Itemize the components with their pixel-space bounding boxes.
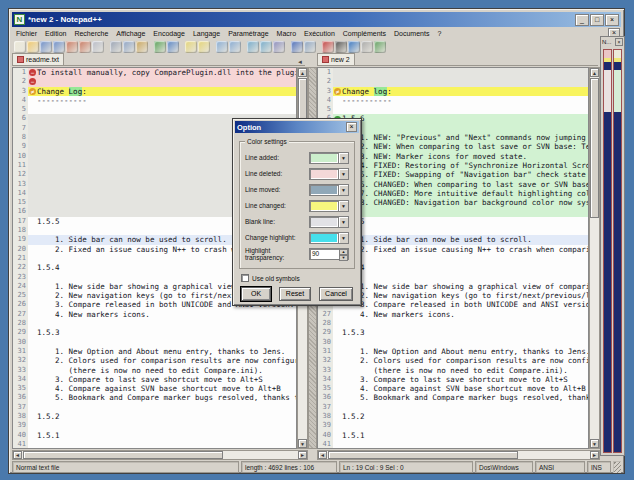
scroll-left-icon[interactable]: ◄ — [13, 451, 22, 459]
dropdown-arrow-icon[interactable]: ▼ — [338, 233, 348, 243]
tab-scroll-left-icon[interactable]: ◄ — [297, 59, 305, 65]
close-icon[interactable] — [66, 41, 78, 53]
editor-line[interactable]: 31 1. New Option and About menu entry, t… — [318, 347, 588, 356]
editor-line[interactable]: 3≠Change log: — [318, 87, 588, 96]
transparency-spinner[interactable]: 90 ▲ ▼ — [309, 248, 349, 260]
undo-icon[interactable] — [154, 41, 166, 53]
scroll-thumb[interactable] — [328, 451, 518, 459]
editor-line[interactable]: 3≠Change Log: — [13, 87, 296, 96]
zoom-out-icon[interactable] — [229, 41, 241, 53]
close-all-icon[interactable] — [79, 41, 91, 53]
print-icon[interactable] — [92, 41, 104, 53]
menu-item-excution[interactable]: Exécution — [300, 29, 339, 38]
menu-item-affichage[interactable]: Affichage — [112, 29, 149, 38]
editor-line[interactable]: 30 — [13, 338, 296, 347]
tab-new-2[interactable]: new 2 — [317, 53, 355, 65]
editor-line[interactable]: 2 — [318, 77, 588, 86]
editor-line[interactable]: 37 — [318, 403, 588, 412]
editor-line[interactable]: 401.5.1 — [318, 431, 588, 440]
reset-button[interactable]: Reset — [279, 287, 311, 301]
editor-line[interactable]: 4----------- — [13, 96, 296, 105]
use-old-symbols-checkbox[interactable] — [241, 274, 249, 282]
new-file-icon[interactable] — [14, 41, 26, 53]
editor-line[interactable]: 27 4. New markers icons. — [318, 310, 588, 319]
nav-close-icon[interactable]: × — [615, 38, 623, 46]
editor-line[interactable]: 33 (there is now no need to edit Compare… — [318, 366, 588, 375]
menu-item-edition[interactable]: Edition — [41, 29, 70, 38]
menu-item-?[interactable]: ? — [433, 29, 445, 38]
indent-guide-icon[interactable] — [304, 41, 316, 53]
save-all-icon[interactable] — [53, 41, 65, 53]
editor-line[interactable]: 39 — [318, 421, 588, 430]
editor-line[interactable]: 2− — [13, 77, 296, 86]
editor-line[interactable]: 35 4. Compare against SVN base shortcut … — [318, 384, 588, 393]
editor-line[interactable]: 291.5.3 — [13, 328, 296, 337]
scroll-down-icon[interactable]: ▼ — [590, 439, 599, 448]
menu-item-encodage[interactable]: Encodage — [149, 29, 189, 38]
dropdown-arrow-icon[interactable]: ▼ — [338, 169, 348, 179]
sync-vertical-icon[interactable] — [247, 41, 259, 53]
dropdown-arrow-icon[interactable]: ▼ — [338, 217, 348, 227]
spin-down-icon[interactable]: ▼ — [339, 255, 348, 261]
scroll-up-icon[interactable]: ▲ — [298, 68, 307, 77]
editor-line[interactable]: 33 (there is now no need to edit Compare… — [13, 366, 296, 375]
editor-line[interactable]: 5 — [13, 105, 296, 114]
scroll-down-icon[interactable]: ▼ — [298, 439, 307, 448]
menu-item-fichier[interactable]: Fichier — [12, 29, 41, 38]
zoom-in-icon[interactable] — [216, 41, 228, 53]
nav-strip-right[interactable] — [613, 49, 622, 453]
stop-macro-icon[interactable] — [335, 41, 347, 53]
record-macro-icon[interactable] — [322, 41, 334, 53]
scroll-up-icon[interactable]: ▲ — [590, 68, 599, 77]
change-highlight-dropdown[interactable]: ▼ — [309, 232, 349, 244]
paste-icon[interactable] — [136, 41, 148, 53]
editor-line[interactable]: 28 — [318, 319, 588, 328]
editor-line[interactable]: 34 3. Compare to last save shortcut move… — [13, 375, 296, 384]
ok-button[interactable]: OK — [241, 287, 271, 301]
editor-line[interactable]: 1 — [318, 68, 588, 77]
scroll-right-icon[interactable]: ► — [590, 451, 599, 459]
editor-line[interactable]: 401.5.1 — [13, 431, 296, 440]
menu-item-macro[interactable]: Macro — [273, 29, 300, 38]
line-changed-dropdown[interactable]: ▼ — [309, 200, 349, 212]
editor-line[interactable]: 381.5.2 — [13, 412, 296, 421]
scroll-left-icon[interactable]: ◄ — [318, 451, 327, 459]
scroll-right-icon[interactable]: ► — [298, 451, 307, 459]
title-bar[interactable]: N *new 2 - Notepad++ _ □ × — [12, 12, 621, 27]
editor-line[interactable]: 291.5.3 — [318, 328, 588, 337]
tab-readme-txt[interactable]: readme.txt — [12, 53, 64, 65]
left-horizontal-scrollbar[interactable]: ◄ ► — [12, 450, 308, 460]
play-macro-icon[interactable] — [348, 41, 360, 53]
cancel-button[interactable]: Cancel — [319, 287, 353, 301]
dropdown-arrow-icon[interactable]: ▼ — [338, 201, 348, 211]
sync-horizontal-icon[interactable] — [260, 41, 272, 53]
menu-item-complments[interactable]: Compléments — [339, 29, 390, 38]
find-icon[interactable] — [185, 41, 197, 53]
scroll-thumb[interactable] — [23, 451, 223, 459]
save-macro-icon[interactable] — [361, 41, 373, 53]
menu-item-paramtrage[interactable]: Paramétrage — [224, 29, 272, 38]
save-icon[interactable] — [40, 41, 52, 53]
redo-icon[interactable] — [167, 41, 179, 53]
blank-line-dropdown[interactable]: ▼ — [309, 216, 349, 228]
cut-icon[interactable] — [110, 41, 122, 53]
right-horizontal-scrollbar[interactable]: ◄ ► — [317, 450, 600, 460]
dropdown-arrow-icon[interactable]: ▼ — [338, 185, 348, 195]
replace-icon[interactable] — [198, 41, 210, 53]
editor-line[interactable]: 35 4. Compare against SVN base shortcut … — [13, 384, 296, 393]
minimize-button[interactable]: _ — [575, 14, 589, 26]
dialog-close-icon[interactable]: × — [346, 122, 357, 132]
menu-item-recherche[interactable]: Recherche — [70, 29, 112, 38]
editor-line[interactable]: 37 — [13, 403, 296, 412]
compare-icon[interactable] — [374, 41, 386, 53]
editor-line[interactable]: 34 3. Compare to last save shortcut move… — [318, 375, 588, 384]
editor-line[interactable]: 1−To install manually, copy ComparePlugi… — [13, 68, 296, 77]
editor-line[interactable]: 32 2. Colors used for comparison results… — [318, 356, 588, 365]
editor-line[interactable]: 5 — [318, 105, 588, 114]
editor-line[interactable]: 30 — [318, 338, 588, 347]
line-moved-dropdown[interactable]: ▼ — [309, 184, 349, 196]
menu-item-documents[interactable]: Documents — [390, 29, 433, 38]
maximize-button[interactable]: □ — [590, 14, 604, 26]
word-wrap-icon[interactable] — [273, 41, 285, 53]
editor-line[interactable]: 39 — [13, 421, 296, 430]
